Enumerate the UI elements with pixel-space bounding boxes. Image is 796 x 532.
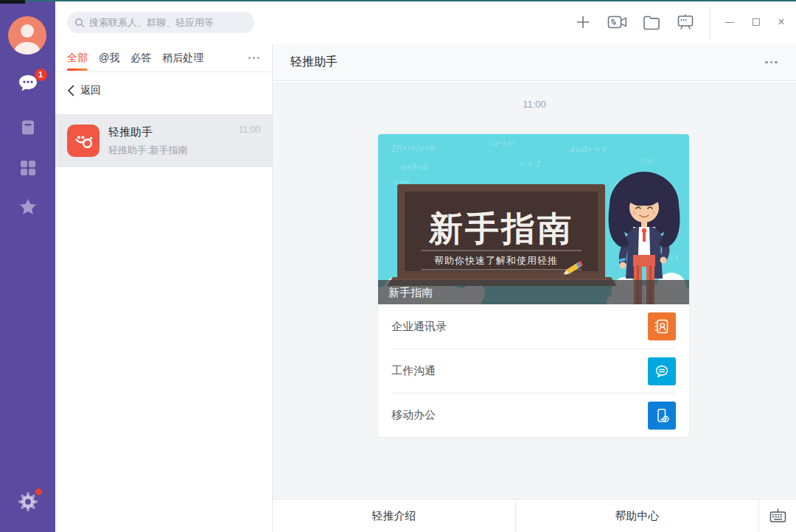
card-item-contacts[interactable]: 企业通讯录 (391, 304, 676, 349)
sidebar-item-settings[interactable] (0, 491, 55, 516)
folder-button[interactable] (638, 9, 665, 35)
tab-mentions[interactable]: @我 (99, 44, 119, 72)
screen-board-icon (677, 13, 694, 31)
plus-button[interactable] (570, 9, 596, 35)
window-top-edge (0, 0, 796, 1)
video-call-button[interactable] (604, 9, 630, 35)
svg-text:α+β=Δ: α+β=Δ (400, 163, 427, 172)
chat-panel: 轻推助手 11:00 ∑ƒ(x)=∫a+b √a²+b² Δy/Δx ≈ π ∫… (273, 44, 796, 532)
hero-illustration: ∑ƒ(x)=∫a+b √a²+b² Δy/Δx ≈ π ∫(x) α+β=Δ ∞… (378, 134, 689, 304)
toolbar-divider (710, 7, 711, 38)
maximize-icon (753, 18, 760, 26)
chat-footer: 轻推介绍 帮助中心 (273, 499, 796, 532)
sidebar-item-chats[interactable]: 1 (0, 74, 55, 96)
chat-header: 轻推助手 (273, 44, 796, 81)
svg-text:∑ƒ(x)=∫a+b: ∑ƒ(x)=∫a+b (391, 144, 435, 153)
screen-share-button[interactable] (672, 9, 699, 35)
hero-image: ∑ƒ(x)=∫a+b √a²+b² Δy/Δx ≈ π ∫(x) α+β=Δ ∞… (378, 134, 689, 304)
help-center-button[interactable]: 帮助中心 (516, 500, 759, 532)
close-icon: × (778, 16, 784, 28)
mobile-office-icon (648, 402, 676, 430)
hero-subtitle: 帮助你快速了解和使用轻推 (434, 255, 558, 266)
sidebar-item-contacts[interactable] (0, 119, 55, 136)
back-label: 返回 (80, 84, 101, 97)
contacts-book-icon (19, 119, 37, 136)
tab-must-reply[interactable]: 必答 (130, 44, 151, 72)
tab-handle-later[interactable]: 稍后处理 (162, 44, 203, 72)
search-box[interactable] (67, 12, 254, 33)
message-card[interactable]: ∑ƒ(x)=∫a+b √a²+b² Δy/Δx ≈ π ∫(x) α+β=Δ ∞… (378, 134, 689, 437)
video-call-icon (607, 14, 627, 30)
keyboard-icon (769, 507, 787, 525)
work-chat-icon (648, 357, 676, 385)
sidebar-item-favorites[interactable] (0, 197, 55, 217)
unread-badge: 1 (35, 69, 47, 81)
intro-button[interactable]: 轻推介绍 (273, 500, 516, 532)
app-sidebar: 1 (0, 0, 55, 532)
hero-title: 新手指南 (428, 209, 573, 248)
tabs-more-icon[interactable] (247, 57, 260, 59)
minimize-button[interactable] (718, 10, 741, 34)
user-silhouette-icon (8, 16, 46, 55)
favorites-star-icon (18, 197, 38, 217)
conversation-title: 轻推助手 (108, 125, 188, 139)
back-button[interactable]: 返回 (55, 72, 272, 109)
conversation-time: 11:00 (239, 125, 260, 135)
search-icon (74, 18, 85, 28)
maximize-button[interactable] (744, 10, 768, 34)
chat-body: 11:00 ∑ƒ(x)=∫a+b √a²+b² Δy/Δx ≈ π ∫(x) α… (273, 82, 796, 499)
conversation-item[interactable]: 轻推助手 轻推助手:新手指南 11:00 (55, 114, 272, 167)
conversation-list-panel: 全部 @我 必答 稍后处理 返回 轻推助手 (55, 44, 273, 532)
folder-icon (643, 15, 660, 30)
minimize-icon (725, 22, 734, 23)
settings-gear-icon (17, 491, 39, 513)
svg-text:Δy/Δx ≈ π: Δy/Δx ≈ π (570, 145, 607, 154)
contacts-icon (648, 312, 676, 340)
card-item-work-chat[interactable]: 工作沟通 (391, 349, 676, 393)
card-item-label: 工作沟通 (391, 364, 436, 378)
chat-title: 轻推助手 (290, 55, 338, 70)
app-window: 1 (0, 0, 796, 532)
sidebar-item-apps[interactable] (0, 159, 55, 177)
card-item-mobile-office[interactable]: 移动办公 (391, 393, 676, 437)
svg-text:∫(x): ∫(x) (640, 157, 654, 166)
window-top-corner (0, 0, 25, 4)
message-timestamp: 11:00 (273, 82, 796, 110)
filter-tabs: 全部 @我 必答 稍后处理 (55, 44, 272, 72)
keyboard-toggle-button[interactable] (759, 500, 796, 532)
settings-notification-dot (35, 489, 42, 495)
chevron-left-icon (67, 85, 74, 97)
plus-icon (576, 15, 590, 29)
apps-grid-icon (19, 159, 37, 177)
close-button[interactable]: × (769, 10, 793, 34)
chat-more-icon[interactable] (764, 61, 779, 64)
svg-text:√a²+b²: √a²+b² (489, 139, 516, 147)
search-input[interactable] (89, 17, 247, 28)
avatar[interactable] (8, 16, 46, 55)
card-item-label: 企业通讯录 (391, 320, 447, 334)
tab-all[interactable]: 全部 (67, 44, 88, 72)
svg-text:∞ ÷ 2: ∞ ÷ 2 (518, 160, 540, 168)
hero-caption: 新手指南 (378, 280, 689, 304)
qingtui-assistant-logo-icon (67, 125, 100, 157)
conversation-preview: 轻推助手:新手指南 (108, 144, 188, 157)
card-item-label: 移动办公 (391, 408, 436, 422)
svg-text:√x: √x (669, 253, 679, 261)
